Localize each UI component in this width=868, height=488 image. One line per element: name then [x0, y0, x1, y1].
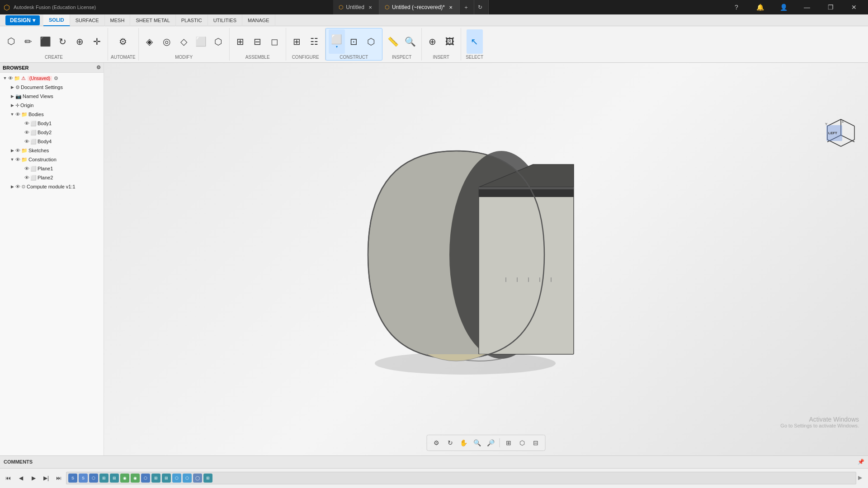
new-component-btn[interactable]: ⬡ [3, 29, 19, 54]
push-pull-btn[interactable]: ◈ [142, 29, 158, 54]
more-create-btn[interactable]: ⊕ [71, 29, 88, 54]
extrude-btn[interactable]: ⬛ [37, 29, 53, 54]
midplane-btn[interactable]: ⊡ [346, 29, 362, 54]
timeline-end-btn[interactable]: ⏭ [53, 473, 64, 483]
tab-sheet-metal[interactable]: SHEET METAL [130, 14, 175, 26]
timeline-item-4[interactable]: ⊞ [99, 474, 108, 483]
comments-pin-icon[interactable]: 📌 [858, 459, 864, 465]
tree-item-sketches[interactable]: ▶ 👁 📁 Sketches [0, 146, 104, 155]
fillet-btn[interactable]: ◎ [159, 29, 175, 54]
tree-item-root[interactable]: ▼ 👁 📁 ⚠ (Unsaved) ⚙ [0, 74, 104, 83]
configure-btn[interactable]: ⊞ [289, 29, 305, 54]
design-dropdown[interactable]: DESIGN ▾ [5, 15, 40, 25]
insert-image-btn[interactable]: 🖼 [442, 29, 458, 54]
insert-btn[interactable]: ⊕ [425, 29, 441, 54]
display-mode-btn[interactable]: ⬡ [516, 437, 528, 449]
design-mode-selector[interactable]: DESIGN ▾ [2, 14, 43, 26]
grid-btn[interactable]: ⊞ [503, 437, 514, 449]
tab-plastic[interactable]: PLASTIC [176, 14, 208, 26]
tree-icons-origin: ✛ [15, 103, 19, 108]
timeline-item-9[interactable]: ⊞ [151, 474, 160, 483]
zoom-in-btn[interactable]: 🔍 [472, 437, 483, 449]
notification-icon[interactable]: 🔔 [750, 0, 770, 14]
inspect-more-btn[interactable]: 🔍 [402, 29, 419, 54]
timeline-end-arrow: ▶ [858, 474, 865, 482]
shell-btn[interactable]: ⬜ [193, 29, 209, 54]
timeline-item-7[interactable]: ◉ [131, 474, 140, 483]
tab-utilities[interactable]: UTILITIES [208, 14, 242, 26]
tree-item-construction[interactable]: ▼ 👁 📁 Construction [0, 155, 104, 164]
tab-sync-button[interactable]: ↻ [474, 0, 489, 14]
timeline-item-10[interactable]: ⊞ [162, 474, 171, 483]
tab-untitled[interactable]: ⬡ Untitled ✕ [333, 0, 379, 14]
timeline-item-14[interactable]: ⊞ [203, 474, 212, 483]
tree-item-document-settings[interactable]: ▶ ⚙ Document Settings [0, 83, 104, 92]
tab-mesh[interactable]: MESH [105, 14, 131, 26]
tree-item-body1[interactable]: 👁 ⬜ Body1 [0, 119, 104, 128]
offset-plane-btn[interactable]: ⬜ ▾ [329, 29, 345, 54]
timeline-item-1[interactable]: S [68, 474, 77, 483]
timeline-item-5[interactable]: ⊞ [110, 474, 119, 483]
tab-solid[interactable]: SOLID [43, 14, 70, 26]
select-btn[interactable]: ↖ [467, 29, 483, 54]
view-layout-btn[interactable]: ⊟ [530, 437, 542, 449]
pan-btn[interactable]: ✋ [458, 437, 470, 449]
add-tab-icon: ＋ [463, 4, 469, 11]
move-icon: ✛ [93, 37, 101, 46]
orientation-widget[interactable]: Z Y LEFT [823, 117, 859, 153]
configure2-btn[interactable]: ☷ [306, 29, 322, 54]
tree-item-origin[interactable]: ▶ ✛ Origin [0, 101, 104, 110]
create-sketch-btn[interactable]: ✏ [20, 29, 36, 54]
timeline-beginning-btn[interactable]: ⏮ [3, 473, 14, 483]
account-icon[interactable]: 👤 [773, 0, 794, 14]
display-settings-btn[interactable]: ⚙ [431, 437, 443, 449]
tree-item-named-views[interactable]: ▶ 📷 Named Views [0, 92, 104, 101]
tab-close-button[interactable]: ✕ [367, 4, 373, 10]
comments-bar: COMMENTS 📌 [0, 456, 868, 469]
tab-surface[interactable]: SURFACE [70, 14, 105, 26]
tree-item-body4[interactable]: 👁 ⬜ Body4 [0, 137, 104, 146]
tab-recovered[interactable]: ⬡ Untitled (~recovered)* ✕ [379, 0, 460, 14]
tab-new-button[interactable]: ＋ [460, 0, 474, 14]
move-btn[interactable]: ✛ [89, 29, 105, 54]
timeline-item-8[interactable]: ⬡ [141, 474, 150, 483]
automate-btn[interactable]: ⚙ [115, 29, 131, 54]
more-assemble-btn[interactable]: ◻ [267, 29, 283, 54]
minimize-button[interactable]: — [797, 0, 817, 14]
help-icon[interactable]: ? [726, 0, 747, 14]
automate-label: AUTOMATE [111, 55, 136, 60]
timeline-play-btn[interactable]: ▶ [28, 473, 39, 483]
timeline-track[interactable]: S S ⬡ ⊞ ⊞ ◉ ◉ ⬡ ⊞ ⊞ ⬡ ⬡ ◯ ⊞ [66, 472, 856, 484]
tree-item-body2[interactable]: 👁 ⬜ Body2 [0, 128, 104, 137]
timeline-item-12[interactable]: ⬡ [183, 474, 192, 483]
timeline-item-13[interactable]: ◯ [193, 474, 202, 483]
measure-btn[interactable]: 📏 [385, 29, 401, 54]
timeline-item-6[interactable]: ◉ [120, 474, 129, 483]
orbit-btn[interactable]: ↻ [444, 437, 456, 449]
tree-icons-plane1: 👁 ⬜ [24, 166, 37, 172]
restore-button[interactable]: ❐ [820, 0, 841, 14]
timeline-item-3[interactable]: ⬡ [89, 474, 98, 483]
tree-item-plane2[interactable]: 👁 ⬜ Plane2 [0, 173, 104, 182]
tab-recovered-close-button[interactable]: ✕ [448, 4, 454, 10]
tree-item-plane1[interactable]: 👁 ⬜ Plane1 [0, 164, 104, 173]
plane1-icon: ⬜ [30, 166, 37, 172]
more-construct-btn[interactable]: ⬡ [363, 29, 379, 54]
revolve-btn[interactable]: ↻ [54, 29, 71, 54]
tree-item-bodies[interactable]: ▼ 👁 📁 Bodies [0, 110, 104, 119]
timeline-item-11[interactable]: ⬡ [172, 474, 181, 483]
more-modify-btn[interactable]: ⬡ [210, 29, 226, 54]
viewport[interactable]: Z Y LEFT Activate Windows Go to Settings… [104, 63, 868, 455]
close-button[interactable]: ✕ [844, 0, 864, 14]
align-btn[interactable]: ⊟ [250, 29, 266, 54]
tree-item-compute-module[interactable]: ▶ 👁 ⚙ Compute module v1:1 [0, 182, 104, 191]
zoom-out-btn[interactable]: 🔎 [485, 437, 497, 449]
timeline-prev-btn[interactable]: ◀ [15, 473, 26, 483]
tree-label-body4: Body4 [38, 139, 52, 144]
joint-btn[interactable]: ⊞ [232, 29, 249, 54]
browser-settings-icon[interactable]: ⚙ [96, 65, 101, 70]
chamfer-btn[interactable]: ◇ [176, 29, 192, 54]
timeline-next-btn[interactable]: ▶| [41, 473, 52, 483]
tab-manage[interactable]: MANAGE [242, 14, 275, 26]
timeline-item-2[interactable]: S [79, 474, 88, 483]
